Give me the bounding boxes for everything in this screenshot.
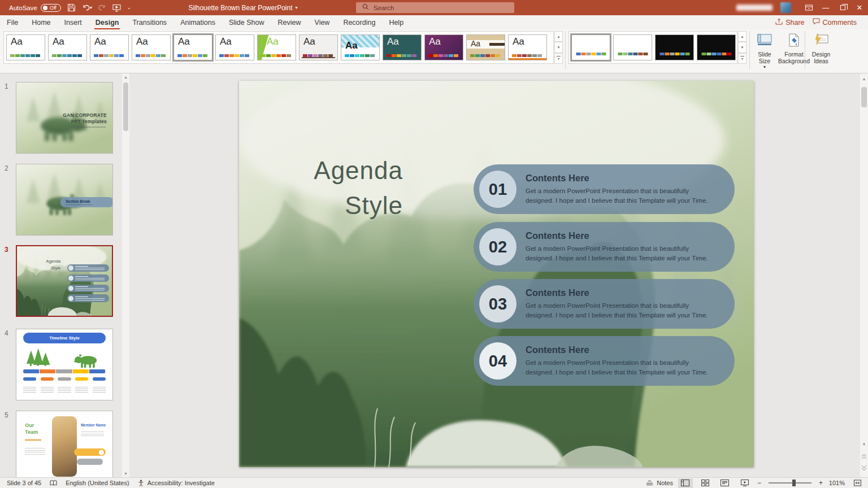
notes-button[interactable]: Notes (646, 480, 673, 486)
redo-icon[interactable] (98, 4, 106, 11)
variants-scroll-down-icon[interactable]: ▼ (738, 42, 747, 53)
tab-transitions[interactable]: Transitions (125, 15, 173, 29)
theme-thumbnail-8[interactable]: Aa (299, 34, 338, 60)
view-slideshow-button[interactable] (737, 478, 752, 488)
agenda-item-01[interactable]: 01Contents HereGet a modern PowerPoint P… (474, 164, 735, 214)
thumb-scroll-up-icon[interactable]: ▲ (122, 73, 129, 81)
next-slide-icon[interactable] (860, 464, 868, 472)
themes-scroll-up-icon[interactable]: ▲ (554, 31, 563, 42)
undo-icon[interactable]: ▾ (82, 4, 92, 11)
agenda-item-02[interactable]: 02Contents HereGet a modern PowerPoint P… (474, 222, 735, 272)
tab-home[interactable]: Home (25, 15, 57, 29)
view-normal-button[interactable] (678, 478, 693, 488)
search-box[interactable] (356, 2, 514, 13)
slide-thumbnail-5[interactable]: OurTeamMember Name 5 (16, 411, 113, 477)
share-button[interactable]: Share (775, 18, 804, 27)
autosave-toggle[interactable]: AutoSave Off (9, 4, 61, 12)
themes-scroll-down-icon[interactable]: ▼ (554, 42, 563, 53)
comments-button[interactable]: Comments (813, 18, 857, 27)
design-ideas-button[interactable]: Design Ideas (807, 32, 835, 72)
group-separator (805, 31, 805, 69)
previous-slide-icon[interactable] (860, 452, 868, 460)
slide-title[interactable]: AgendaStyle (273, 153, 403, 223)
variant-thumbnail-2[interactable] (613, 34, 652, 60)
theme-thumbnail-11[interactable]: Aa (424, 34, 463, 60)
thumbnail-preview[interactable]: Section Break (16, 164, 113, 236)
theme-thumbnail-4[interactable]: Aa (132, 34, 171, 60)
theme-thumbnail-6[interactable]: Aa (215, 34, 254, 60)
tab-view[interactable]: View (308, 15, 337, 29)
slide-thumbnail-2[interactable]: Section Break 2 (16, 164, 113, 236)
canvas-scroll-up-icon[interactable]: ▲ (860, 75, 868, 82)
thumbnail-preview[interactable]: AgendaStyle (16, 245, 113, 317)
search-input[interactable] (374, 5, 487, 11)
theme-thumbnail-2[interactable]: Aa (48, 34, 87, 60)
theme-thumbnail-12[interactable]: Aa (466, 34, 505, 60)
variant-thumbnail-1[interactable] (571, 34, 610, 60)
fit-slide-icon[interactable] (850, 478, 865, 488)
theme-thumbnail-9[interactable]: Aa (341, 34, 380, 60)
restore-button[interactable] (834, 0, 851, 15)
zoom-level[interactable]: 101% (828, 480, 845, 486)
slide-size-button[interactable]: Slide Size▾ (753, 32, 776, 72)
thumbnail-number: 3 (5, 246, 8, 254)
start-slideshow-icon[interactable] (112, 4, 121, 12)
avatar[interactable] (780, 2, 791, 13)
canvas-scrollbar-thumb[interactable] (861, 87, 867, 107)
thumb-scroll-down-icon[interactable]: ▼ (122, 470, 129, 477)
variants-more-icon[interactable]: ▾ (738, 53, 747, 64)
zoom-slider[interactable] (769, 482, 811, 483)
themes-gallery: AaAaAaAaAaAaAaAaAaAaAaAaAa (3, 31, 554, 64)
minimize-button[interactable]: — (817, 0, 834, 15)
tab-insert[interactable]: Insert (58, 15, 89, 29)
ribbon-display-options-icon[interactable] (800, 0, 817, 15)
slide-thumbnail-1[interactable]: GAN CORPORATEPPT Templates 1 (16, 82, 113, 154)
autosave-switch[interactable]: Off (41, 4, 61, 12)
slide-indicator[interactable]: Slide 3 of 45 (7, 480, 41, 486)
agenda-item-04[interactable]: 04Contents HereGet a modern PowerPoint P… (474, 336, 735, 386)
thumbnail-preview[interactable]: OurTeamMember Name (16, 411, 113, 477)
zoom-in-icon[interactable]: + (819, 479, 823, 487)
canvas-scroll-down-icon[interactable]: ▼ (860, 440, 868, 448)
tab-review[interactable]: Review (271, 15, 308, 29)
format-background-button[interactable]: Format Background (778, 32, 810, 72)
title-dropdown-icon[interactable]: ▾ (296, 6, 298, 10)
view-slide-sorter-button[interactable] (698, 478, 713, 488)
zoom-slider-handle[interactable] (792, 480, 796, 486)
tab-slide-show[interactable]: Slide Show (222, 15, 271, 29)
canvas-scrollbar[interactable]: ▲ ▼ (860, 73, 868, 477)
agenda-item-body: Get a modern PowerPoint Presentation tha… (526, 186, 715, 205)
close-button[interactable]: ✕ (851, 0, 868, 15)
accessibility-status[interactable]: Accessibility: Investigate (138, 480, 215, 487)
tab-animations[interactable]: Animations (173, 15, 222, 29)
view-reading-button[interactable] (718, 478, 732, 488)
spellcheck-icon[interactable] (50, 480, 57, 486)
thumbnail-preview[interactable]: Timeline Style (16, 329, 113, 400)
tab-recording[interactable]: Recording (336, 15, 382, 29)
tab-help[interactable]: Help (382, 15, 410, 29)
theme-thumbnail-7[interactable]: Aa (257, 34, 296, 60)
theme-thumbnail-5[interactable]: Aa (173, 34, 212, 60)
save-icon[interactable] (67, 3, 76, 12)
zoom-out-icon[interactable]: − (757, 479, 761, 487)
thumbnail-preview[interactable]: GAN CORPORATEPPT Templates (16, 82, 113, 154)
tab-design[interactable]: Design (89, 15, 126, 29)
theme-thumbnail-3[interactable]: Aa (90, 34, 129, 60)
theme-thumbnail-10[interactable]: Aa (383, 34, 422, 60)
slide-thumbnail-3[interactable]: AgendaStyle 3 (16, 245, 113, 317)
theme-thumbnail-1[interactable]: Aa (6, 34, 45, 60)
agenda-item-03[interactable]: 03Contents HereGet a modern PowerPoint P… (474, 279, 735, 329)
theme-sample-text: Aa (178, 36, 190, 47)
variants-scroll-up-icon[interactable]: ▲ (738, 31, 747, 42)
customize-qat-icon[interactable]: ⌄ (127, 6, 131, 10)
thumbnail-scrollbar[interactable]: ▲ ▼ (122, 73, 129, 477)
variant-thumbnail-4[interactable] (697, 34, 736, 60)
theme-thumbnail-13[interactable]: Aa (508, 34, 547, 60)
slide-canvas[interactable]: AgendaStyle 01Contents HereGet a modern … (239, 81, 754, 467)
language-indicator[interactable]: English (United States) (66, 480, 129, 486)
tab-file[interactable]: File (0, 15, 25, 29)
themes-more-icon[interactable]: ▾ (554, 53, 563, 64)
variant-thumbnail-3[interactable] (655, 34, 694, 60)
thumb-scrollbar-thumb[interactable] (123, 82, 128, 131)
slide-thumbnail-4[interactable]: Timeline Style 4 (16, 329, 113, 400)
